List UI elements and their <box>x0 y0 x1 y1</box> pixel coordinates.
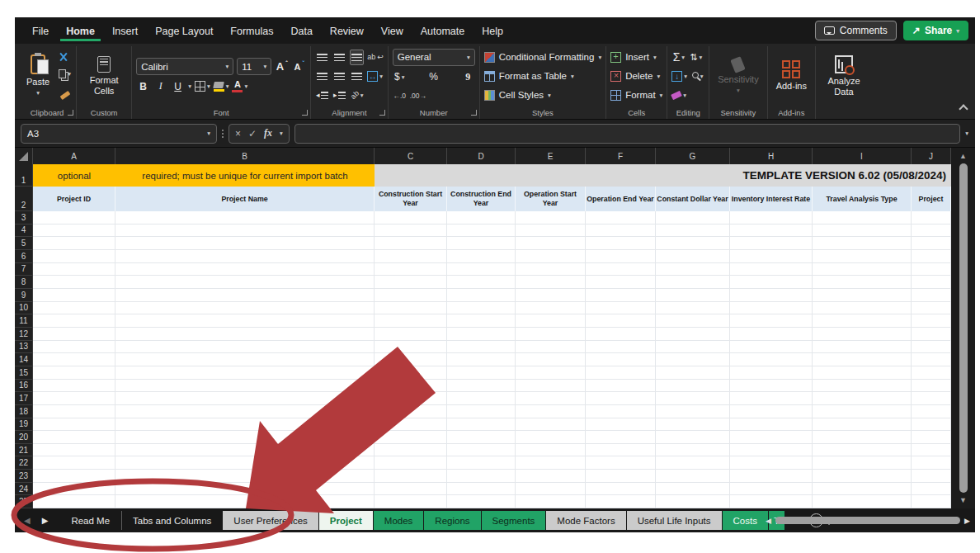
number-format-select[interactable]: General▾ <box>393 49 475 66</box>
cell-C14[interactable] <box>375 353 447 366</box>
cell-F7[interactable] <box>586 263 656 276</box>
comments-button[interactable]: Comments <box>815 21 897 40</box>
cell-C20[interactable] <box>375 431 447 444</box>
row-header-22[interactable]: 22 <box>15 456 33 470</box>
cell-B18[interactable] <box>115 405 375 418</box>
cell-I20[interactable] <box>813 431 912 444</box>
cell-G24[interactable] <box>656 483 730 496</box>
cell-H6[interactable] <box>730 250 813 263</box>
cell-H8[interactable] <box>730 276 813 289</box>
cell-B13[interactable] <box>115 341 375 354</box>
cell-I6[interactable] <box>813 250 912 263</box>
cell-B20[interactable] <box>115 431 375 444</box>
cell-I10[interactable] <box>813 302 912 315</box>
header-cell-D[interactable]: Construction End Year <box>447 187 516 211</box>
add-ins-button[interactable]: Add-ins <box>772 59 811 92</box>
cell-A5[interactable] <box>33 237 115 250</box>
cell-J23[interactable] <box>912 470 951 483</box>
cell-F21[interactable] <box>586 444 656 457</box>
cell-C7[interactable] <box>375 263 447 276</box>
clipboard-dialog-launcher[interactable] <box>68 110 73 116</box>
cell-a1-optional[interactable]: optional <box>33 164 115 187</box>
cell-C5[interactable] <box>375 237 447 250</box>
row-header-25[interactable]: 25 <box>15 495 33 508</box>
column-header-A[interactable]: A <box>33 148 115 164</box>
cell-J3[interactable] <box>912 211 951 225</box>
cell-B6[interactable] <box>115 250 375 263</box>
cell-D20[interactable] <box>447 431 516 444</box>
cell-B3[interactable] <box>115 211 375 225</box>
template-version-banner[interactable]: TEMPLATE VERSION 6.02 (05/08/2024) <box>375 164 951 187</box>
row-header-7[interactable]: 7 <box>15 263 33 276</box>
copy-button[interactable]: ▾ <box>58 66 72 82</box>
horizontal-scrollbar[interactable]: ◀ ▶ <box>766 514 970 527</box>
cell-C17[interactable] <box>375 392 447 405</box>
cell-I7[interactable] <box>813 263 912 276</box>
cell-H19[interactable] <box>730 418 813 432</box>
share-button[interactable]: ↗ Share ▾ <box>903 21 968 40</box>
cell-G8[interactable] <box>656 276 730 289</box>
cell-H13[interactable] <box>730 341 813 354</box>
header-cell-F[interactable]: Operation End Year <box>586 187 656 211</box>
cell-D3[interactable] <box>447 211 516 225</box>
cell-G5[interactable] <box>656 237 730 250</box>
cell-I23[interactable] <box>813 470 912 483</box>
cell-F10[interactable] <box>586 302 656 315</box>
cell-G13[interactable] <box>656 341 730 354</box>
cell-D12[interactable] <box>447 328 516 341</box>
row-header-6[interactable]: 6 <box>15 250 33 263</box>
row-header-18[interactable]: 18 <box>15 405 33 418</box>
cell-F9[interactable] <box>586 289 656 302</box>
sort-filter-button[interactable]: ⇅▾ <box>689 50 703 65</box>
column-header-J[interactable]: J <box>912 148 951 164</box>
cell-A12[interactable] <box>33 328 115 341</box>
cell-B5[interactable] <box>115 237 375 250</box>
row-header-24[interactable]: 24 <box>15 483 33 496</box>
cell-E16[interactable] <box>516 380 586 393</box>
cell-D19[interactable] <box>447 418 516 432</box>
cell-C18[interactable] <box>375 405 447 418</box>
row-header-13[interactable]: 13 <box>15 341 33 354</box>
row-header-5[interactable]: 5 <box>15 237 33 250</box>
cell-E7[interactable] <box>516 263 586 276</box>
cell-B25[interactable] <box>115 495 375 508</box>
cell-b1-required[interactable]: required; must be unique for current imp… <box>115 164 375 187</box>
font-size-select[interactable]: 11▾ <box>237 58 271 75</box>
cell-F13[interactable] <box>586 341 656 354</box>
cell-G11[interactable] <box>656 314 730 328</box>
underline-button[interactable]: U <box>171 78 185 94</box>
cell-A23[interactable] <box>33 470 115 483</box>
cell-F3[interactable] <box>586 211 656 225</box>
cell-E9[interactable] <box>516 289 586 302</box>
cell-B23[interactable] <box>115 470 375 483</box>
cell-F11[interactable] <box>586 314 656 328</box>
cell-E8[interactable] <box>516 276 586 289</box>
cell-F16[interactable] <box>586 380 656 393</box>
cell-I22[interactable] <box>813 456 912 470</box>
cell-H14[interactable] <box>730 353 813 366</box>
cell-H5[interactable] <box>730 237 813 250</box>
prev-sheet-icon[interactable]: ◀ <box>18 516 36 525</box>
cell-C3[interactable] <box>375 211 447 225</box>
cell-B12[interactable] <box>115 328 375 341</box>
cell-I3[interactable] <box>813 211 912 225</box>
cell-F4[interactable] <box>586 225 656 238</box>
format-cells-menu-button[interactable]: Format▾ <box>610 87 662 103</box>
sheet-tab-modes[interactable]: Modes <box>374 511 424 530</box>
cell-G16[interactable] <box>656 380 730 393</box>
cell-H7[interactable] <box>730 263 813 276</box>
cell-J6[interactable] <box>912 250 951 263</box>
column-header-C[interactable]: C <box>375 148 447 164</box>
sheet-tab-read-me[interactable]: Read Me <box>60 511 120 530</box>
cell-A19[interactable] <box>33 418 115 432</box>
cell-B4[interactable] <box>115 225 375 238</box>
cell-J11[interactable] <box>912 314 951 328</box>
cell-G18[interactable] <box>656 405 730 418</box>
cell-F5[interactable] <box>586 237 656 250</box>
cut-button[interactable] <box>58 52 72 63</box>
cell-H12[interactable] <box>730 328 813 341</box>
cell-C4[interactable] <box>375 225 447 238</box>
cell-C23[interactable] <box>375 470 447 483</box>
row-header-21[interactable]: 21 <box>15 444 33 457</box>
cell-J19[interactable] <box>912 418 951 432</box>
